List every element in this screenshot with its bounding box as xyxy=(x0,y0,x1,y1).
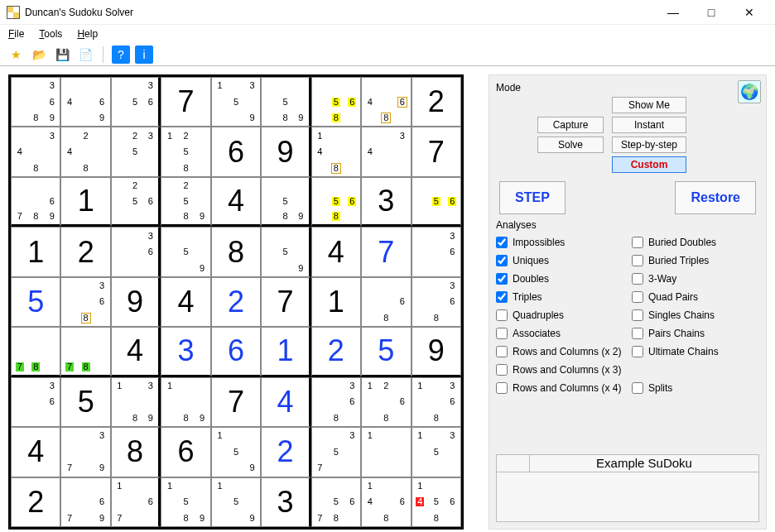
info-icon[interactable]: i xyxy=(135,46,153,64)
cell[interactable]: 159 xyxy=(211,427,261,477)
cell[interactable]: 1 xyxy=(261,327,310,376)
stepbystep-button[interactable]: Step-by-step xyxy=(612,137,686,153)
cell[interactable]: 9 xyxy=(111,277,161,327)
cell[interactable]: 1368 xyxy=(412,377,461,427)
cell[interactable]: 4 xyxy=(161,277,210,327)
cell[interactable]: 1389 xyxy=(111,377,161,427)
cell[interactable]: 4 xyxy=(11,427,60,477)
analysis-option[interactable]: Rows and Columns (x 2) xyxy=(496,343,623,360)
cell[interactable]: 5 xyxy=(361,327,411,376)
capture-button[interactable]: Capture xyxy=(537,117,604,133)
analysis-checkbox[interactable] xyxy=(496,346,508,357)
cell[interactable]: 135 xyxy=(412,427,461,477)
analysis-option[interactable]: 3-Way xyxy=(632,271,759,287)
cell[interactable]: 6 xyxy=(211,127,261,176)
cell[interactable]: 2 xyxy=(412,77,461,127)
analysis-option[interactable]: Rows and Columns (x 4) xyxy=(496,380,623,396)
cell[interactable]: 189 xyxy=(161,377,210,427)
cell[interactable]: 3689 xyxy=(11,77,60,127)
analysis-option[interactable]: Impossibles xyxy=(496,234,623,251)
cell[interactable]: 3 xyxy=(361,177,411,227)
cell[interactable]: 1 xyxy=(11,227,60,276)
cell[interactable]: 148 xyxy=(311,127,361,176)
cell[interactable]: 3 xyxy=(261,477,310,527)
globe-icon[interactable]: 🌍 xyxy=(738,80,761,103)
new-icon[interactable]: 📄 xyxy=(76,46,94,64)
cell[interactable]: 357 xyxy=(311,427,361,477)
cell[interactable]: 59 xyxy=(261,227,310,276)
analysis-checkbox[interactable] xyxy=(632,255,643,266)
showme-button[interactable]: Show Me xyxy=(612,97,686,113)
cell[interactable]: 1359 xyxy=(211,77,261,127)
cell[interactable]: 1 xyxy=(60,177,110,227)
minimize-button[interactable]: — xyxy=(654,0,692,25)
analysis-checkbox[interactable] xyxy=(496,273,508,285)
cell[interactable]: 1268 xyxy=(361,377,411,427)
cell[interactable]: 5 xyxy=(11,277,60,327)
cell[interactable]: 568 xyxy=(311,77,361,127)
cell[interactable]: 248 xyxy=(60,127,110,176)
cell[interactable]: 2 xyxy=(211,277,261,327)
analysis-checkbox[interactable] xyxy=(632,309,643,321)
analysis-option[interactable]: Buried Doubles xyxy=(632,234,759,251)
cell[interactable]: 2 xyxy=(60,227,110,276)
cell[interactable]: 1468 xyxy=(361,477,411,527)
analysis-checkbox[interactable] xyxy=(632,237,643,248)
analysis-option[interactable]: Uniques xyxy=(496,252,623,269)
cell[interactable]: 6 xyxy=(211,327,261,376)
cell[interactable]: 5678 xyxy=(311,477,361,527)
analysis-option[interactable]: Singles Chains xyxy=(632,307,759,324)
cell[interactable]: 679 xyxy=(60,477,110,527)
analysis-checkbox[interactable] xyxy=(632,346,643,357)
cell[interactable]: 4 xyxy=(261,377,310,427)
cell[interactable]: 59 xyxy=(161,227,210,276)
cell[interactable]: 235 xyxy=(111,127,161,176)
cell[interactable]: 36 xyxy=(111,227,161,276)
cell[interactable]: 368 xyxy=(60,277,110,327)
analysis-checkbox[interactable] xyxy=(632,382,643,394)
cell[interactable]: 348 xyxy=(11,127,60,176)
analysis-checkbox[interactable] xyxy=(496,291,508,303)
cell[interactable]: 7 xyxy=(161,77,210,127)
sudoku-board[interactable]: 3689469356713595895684682348248235125869… xyxy=(8,74,464,530)
cell[interactable]: 589 xyxy=(261,177,310,227)
custom-button[interactable]: Custom xyxy=(612,156,686,173)
cell[interactable]: 468 xyxy=(361,77,411,127)
cell[interactable]: 1 xyxy=(361,427,411,477)
cell[interactable]: 368 xyxy=(311,377,361,427)
analysis-option[interactable]: Doubles xyxy=(496,271,623,287)
analysis-option[interactable]: Quadruples xyxy=(496,307,623,324)
instant-button[interactable]: Instant xyxy=(612,117,686,133)
analysis-checkbox[interactable] xyxy=(496,237,508,248)
maximize-button[interactable]: □ xyxy=(692,0,730,25)
cell[interactable]: 5 xyxy=(60,377,110,427)
help-icon[interactable]: ? xyxy=(112,46,130,64)
step-button[interactable]: STEP xyxy=(499,181,566,214)
cell[interactable]: 4 xyxy=(311,227,361,276)
cell[interactable]: 4 xyxy=(211,177,261,227)
open-icon[interactable]: 📂 xyxy=(30,46,48,64)
analysis-checkbox[interactable] xyxy=(496,328,508,339)
cell[interactable]: 68 xyxy=(361,277,411,327)
cell[interactable]: 78 xyxy=(60,327,110,376)
cell[interactable]: 589 xyxy=(261,77,310,127)
analysis-option[interactable]: Pairs Chains xyxy=(632,325,759,342)
example-handle[interactable] xyxy=(497,455,530,472)
analysis-checkbox[interactable] xyxy=(496,309,508,321)
cell[interactable]: 36 xyxy=(412,227,461,276)
cell[interactable]: 8 xyxy=(111,427,161,477)
cell[interactable]: 56 xyxy=(412,177,461,227)
menu-file[interactable]: File xyxy=(8,28,24,40)
cell[interactable]: 167 xyxy=(111,477,161,527)
save-icon[interactable]: 💾 xyxy=(53,46,71,64)
analysis-option[interactable]: Splits xyxy=(632,380,759,396)
analysis-option[interactable]: Associates xyxy=(496,325,623,342)
cell[interactable]: 1589 xyxy=(161,477,210,527)
cell[interactable]: 8 xyxy=(211,227,261,276)
cell[interactable]: 7 xyxy=(211,377,261,427)
cell[interactable]: 6789 xyxy=(11,177,60,227)
cell[interactable]: 379 xyxy=(60,427,110,477)
analysis-checkbox[interactable] xyxy=(632,291,643,303)
cell[interactable]: 1258 xyxy=(161,127,210,176)
cell[interactable]: 36 xyxy=(11,377,60,427)
